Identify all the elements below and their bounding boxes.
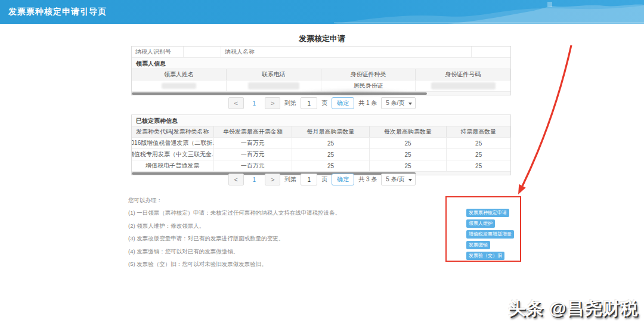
monthly-max-cell: 25 xyxy=(292,149,370,160)
next-page-button[interactable]: > xyxy=(265,174,280,185)
goto-page-suffix: 页 xyxy=(321,175,327,184)
max-amount-cell: 一百万元 xyxy=(214,138,293,148)
redaction-smudge xyxy=(298,88,411,97)
col-id-type: 身份证件种类 xyxy=(321,69,416,80)
current-page-number[interactable]: 1 xyxy=(253,100,256,107)
page-number-input[interactable] xyxy=(301,174,317,185)
goto-page-prefix: 到第 xyxy=(284,99,296,107)
instruction-item: (5) 发票验（交）旧：您可以对未验旧发票做发票验旧。 xyxy=(128,261,414,268)
col-max-amount: 单份发票最高开票金额 xyxy=(214,126,293,137)
page-number-input[interactable] xyxy=(301,97,317,109)
app-header: 发票票种核定申请引导页 xyxy=(0,0,644,24)
prev-page-button[interactable]: < xyxy=(228,174,244,185)
col-id-number: 身份证件号码 xyxy=(416,69,510,80)
instruction-item: (2) 领票人维护：修改领票人。 xyxy=(128,222,414,230)
recipient-name-cell xyxy=(132,81,227,91)
total-count-text: 共 1 条 xyxy=(358,99,377,107)
chevron-down-icon xyxy=(408,179,412,181)
approved-header-row: 发票种类代码|发票种类名称 单份发票最高开票金额 每月最高购票数量 每次最高购票… xyxy=(132,126,510,138)
help-instructions: 您可以办理： (1) 一日领票（票种核定）申请：未核定过任何票种的纳税人支持在线… xyxy=(128,197,414,274)
invoice-type-verification-button[interactable]: 发票票种核定申请 xyxy=(466,209,509,217)
taxpayer-id-value xyxy=(184,47,221,57)
recipient-id-number-cell xyxy=(416,81,510,91)
invoice-type-cell: 2016版增值税普通发票（二联折... xyxy=(132,138,214,148)
invoice-type-cell: 增值税专用发票（中文三联无金... xyxy=(132,149,214,160)
per-purchase-max-cell: 25 xyxy=(370,149,447,160)
current-page-number[interactable]: 1 xyxy=(253,177,256,183)
col-recipient-name: 领票人姓名 xyxy=(132,69,227,80)
table-row: 增值税电子普通发票 一百万元 25 25 25 xyxy=(132,160,510,172)
form-title: 发票核定申请 xyxy=(0,33,644,44)
instruction-item: (4) 发票缴销：您可以对已有的发票做缴销。 xyxy=(128,248,414,256)
redacted-value xyxy=(162,83,196,89)
page-header-title: 发票票种核定申请引导页 xyxy=(8,7,107,17)
total-count-text: 共 3 条 xyxy=(358,175,377,184)
recipient-pagination: < 1 > 到第 页 确定 共 1 条 5 条/页 xyxy=(0,97,644,110)
col-holding-max: 持票最高数量 xyxy=(447,126,510,137)
goto-page-prefix: 到第 xyxy=(284,175,296,184)
prev-page-button[interactable]: < xyxy=(228,97,244,109)
col-per-purchase-max: 每次最高购票数量 xyxy=(370,126,447,137)
instruction-item: (3) 发票改版变量申请：对已有的发票进行版面或数量的变更。 xyxy=(128,235,414,243)
page-size-select[interactable]: 5 条/页 xyxy=(381,97,416,109)
page-size-value: 5 条/页 xyxy=(386,175,404,184)
col-monthly-max: 每月最高购票数量 xyxy=(292,126,370,137)
approved-section-title: 已核定票种信息 xyxy=(132,115,510,126)
great-wall-mountain-art xyxy=(334,0,644,24)
approved-invoice-table: 已核定票种信息 发票种类代码|发票种类名称 单份发票最高开票金额 每月最高购票数… xyxy=(131,114,511,175)
page-size-select[interactable]: 5 条/页 xyxy=(381,174,416,185)
col-invoice-type: 发票种类代码|发票种类名称 xyxy=(132,126,214,137)
confirm-page-button[interactable]: 确定 xyxy=(332,97,354,109)
table-row: 增值税专用发票（中文三联无金... 一百万元 25 25 25 xyxy=(132,149,510,160)
invoice-type-cell: 增值税电子普通发票 xyxy=(132,160,214,171)
taxpayer-id-label: 纳税人识别号 xyxy=(132,47,184,57)
taxpayer-row: 纳税人识别号 纳税人名称 xyxy=(132,47,510,58)
recipient-maintenance-button[interactable]: 领票人维护 xyxy=(466,219,495,228)
per-purchase-max-cell: 25 xyxy=(370,160,447,171)
redacted-value xyxy=(248,82,299,89)
vat-invoice-increase-button[interactable]: 增值税发票增版增量 xyxy=(466,230,514,239)
watermark-text: 头条 @昌尧财税 xyxy=(508,297,638,321)
monthly-max-cell: 25 xyxy=(292,160,370,171)
goto-page-suffix: 页 xyxy=(321,99,327,107)
redacted-value xyxy=(431,82,496,89)
taxpayer-name-value xyxy=(472,47,510,57)
recipient-header-row: 领票人姓名 联系电话 身份证件种类 身份证件号码 xyxy=(132,69,510,81)
invoice-cancellation-button[interactable]: 发票缴销 xyxy=(466,241,490,249)
page-size-value: 5 条/页 xyxy=(386,99,404,107)
recipient-section-title: 领票人信息 xyxy=(132,58,510,69)
instructions-title: 您可以办理： xyxy=(128,197,414,205)
per-purchase-max-cell: 25 xyxy=(370,138,447,148)
taxpayer-name-label: 纳税人名称 xyxy=(221,47,472,57)
holding-max-cell: 25 xyxy=(447,138,510,148)
quick-action-buttons: 发票票种核定申请 领票人维护 增值税发票增版增量 发票缴销 发票验（交）旧 xyxy=(466,209,514,262)
invoice-inspection-button[interactable]: 发票验（交）旧 xyxy=(466,252,504,260)
red-highlight-box: 发票票种核定申请 领票人维护 增值税发票增版增量 发票缴销 发票验（交）旧 xyxy=(445,196,521,262)
chevron-down-icon xyxy=(408,103,412,105)
max-amount-cell: 一百万元 xyxy=(214,160,293,171)
table-row: 2016版增值税普通发票（二联折... 一百万元 25 25 25 xyxy=(132,138,510,149)
holding-max-cell: 25 xyxy=(447,149,510,160)
instruction-item: (1) 一日领票（票种核定）申请：未核定过任何票种的纳税人支持在线申请税控设备。 xyxy=(128,209,414,217)
max-amount-cell: 一百万元 xyxy=(214,149,293,160)
approved-pagination: < 1 > 到第 页 确定 共 3 条 5 条/页 xyxy=(0,173,644,186)
next-page-button[interactable]: > xyxy=(265,97,280,109)
holding-max-cell: 25 xyxy=(447,160,510,171)
col-contact-phone: 联系电话 xyxy=(227,69,321,80)
monthly-max-cell: 25 xyxy=(292,138,370,148)
confirm-page-button[interactable]: 确定 xyxy=(332,174,354,185)
